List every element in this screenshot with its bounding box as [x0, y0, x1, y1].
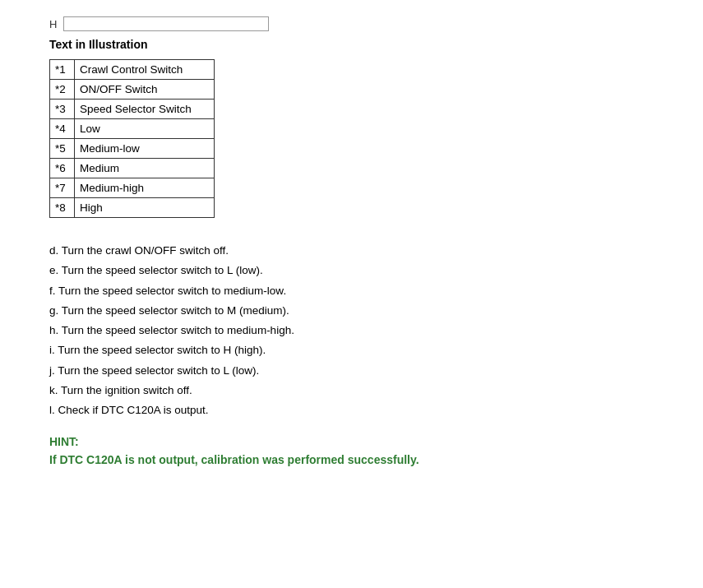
- step-item-f: f. Turn the speed selector switch to med…: [49, 283, 654, 299]
- table-row: *4Low: [50, 119, 215, 139]
- table-cell-label: High: [75, 198, 215, 218]
- step-item-h: h. Turn the speed selector switch to med…: [49, 322, 654, 339]
- step-item-g: g. Turn the speed selector switch to M (…: [49, 303, 654, 319]
- table-cell-number: *5: [50, 139, 75, 159]
- header-h-label: H: [49, 18, 57, 30]
- table-cell-label: Low: [75, 119, 215, 139]
- table-cell-number: *6: [50, 159, 75, 178]
- table-row: *1Crawl Control Switch: [50, 60, 215, 80]
- steps-list: d. Turn the crawl ON/OFF switch off.e. T…: [49, 243, 654, 419]
- table-cell-label: ON/OFF Switch: [75, 80, 215, 100]
- illustration-table: *1Crawl Control Switch*2ON/OFF Switch*3S…: [49, 59, 215, 218]
- table-cell-label: Crawl Control Switch: [75, 60, 215, 80]
- header-line: H: [49, 16, 654, 31]
- table-cell-number: *2: [50, 80, 75, 100]
- step-item-i: i. Turn the speed selector switch to H (…: [49, 342, 654, 359]
- table-row: *2ON/OFF Switch: [50, 80, 215, 100]
- table-cell-label: Medium: [75, 159, 215, 178]
- section-title: Text in Illustration: [49, 38, 654, 51]
- hint-label: HINT:: [49, 435, 654, 448]
- step-item-j: j. Turn the speed selector switch to L (…: [49, 363, 654, 379]
- table-cell-number: *8: [50, 198, 75, 218]
- table-row: *5Medium-low: [50, 139, 215, 159]
- table-row: *8High: [50, 198, 215, 218]
- step-item-d: d. Turn the crawl ON/OFF switch off.: [49, 243, 654, 259]
- step-item-k: k. Turn the ignition switch off.: [49, 382, 654, 399]
- table-cell-number: *4: [50, 119, 75, 139]
- table-cell-label: Speed Selector Switch: [75, 100, 215, 119]
- table-row: *6Medium: [50, 159, 215, 178]
- table-cell-label: Medium-low: [75, 139, 215, 159]
- hint-text: If DTC C120A is not output, calibration …: [49, 453, 654, 466]
- table-row: *7Medium-high: [50, 178, 215, 198]
- header-section: H Text in Illustration: [49, 16, 654, 51]
- table-cell-number: *3: [50, 100, 75, 119]
- step-item-e: e. Turn the speed selector switch to L (…: [49, 262, 654, 279]
- table-row: *3Speed Selector Switch: [50, 100, 215, 119]
- table-cell-label: Medium-high: [75, 178, 215, 198]
- table-cell-number: *7: [50, 178, 75, 198]
- hint-section: HINT: If DTC C120A is not output, calibr…: [49, 435, 654, 466]
- header-bar: [63, 16, 269, 31]
- step-item-l: l. Check if DTC C120A is output.: [49, 402, 654, 419]
- table-cell-number: *1: [50, 60, 75, 80]
